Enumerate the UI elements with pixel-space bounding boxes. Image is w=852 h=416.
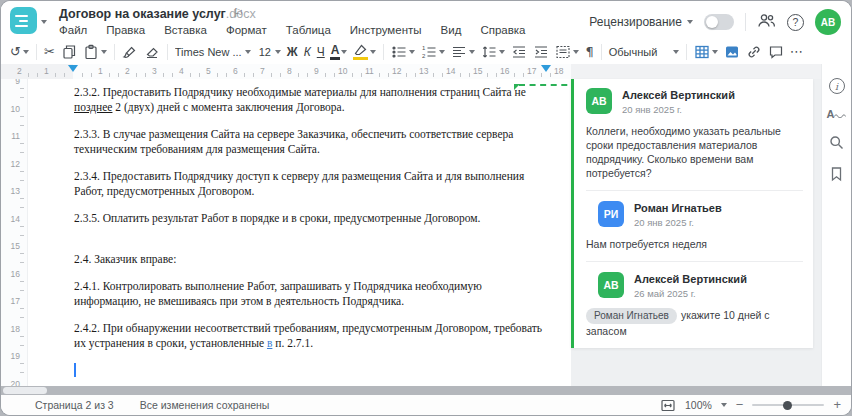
- chevron-down-icon: [341, 50, 347, 57]
- menu-insert[interactable]: Вставка: [164, 24, 207, 36]
- comment-author: Роман Игнатьев: [634, 201, 722, 214]
- chevron-down-icon: [101, 50, 107, 57]
- status-bar: Страница 2 из 3 Все изменения сохранены …: [1, 395, 851, 415]
- chevron-down-icon: [439, 50, 445, 57]
- paragraph-2-4-1[interactable]: 2.4.1. Контролировать выполнение Работ, …: [74, 279, 544, 309]
- bookmark-icon[interactable]: [829, 166, 844, 182]
- copy-icon: [61, 44, 77, 60]
- document-page[interactable]: 2.3.2. Предоставить Подрядчику необходим…: [27, 79, 572, 386]
- comment-thread-card[interactable]: АВ Алексей Вертинский 20 янв 2025 г. Кол…: [571, 79, 813, 348]
- menu-bar: Файл Правка Вставка Формат Таблица Инстр…: [59, 24, 526, 36]
- menu-edit[interactable]: Правка: [106, 24, 145, 36]
- divider: [167, 44, 168, 60]
- paragraph-2-4[interactable]: 2.4. Заказчик вправе:: [74, 252, 544, 267]
- underline-button[interactable]: Ч: [314, 43, 328, 61]
- svg-text:2: 2: [422, 53, 426, 59]
- user-avatar[interactable]: АВ: [815, 9, 841, 35]
- copy-button[interactable]: [58, 42, 80, 62]
- paragraph-2-4-2[interactable]: 2.4.2. При обнаружении несоответствий тр…: [74, 321, 544, 351]
- text-cursor: [74, 363, 76, 377]
- app-logo-icon[interactable]: [10, 7, 37, 34]
- document-title: Договор на оказание услуг.docx: [59, 7, 256, 21]
- bold-button[interactable]: Ж: [284, 43, 301, 61]
- formatting-toolbar: ↺ ✂ Times New ... 12 Ж К Ч А 12 ¶ Обычны…: [1, 39, 851, 65]
- highlight-color-button[interactable]: [350, 42, 379, 62]
- chevron-down-icon: [23, 50, 29, 57]
- comment-header: АВ Алексей Вертинский 26 май 2025 г.: [598, 272, 803, 299]
- horizontal-ruler[interactable]: 21123456789101112131415161718: [1, 64, 821, 80]
- format-painter-button[interactable]: [119, 42, 141, 62]
- brush-icon: [122, 44, 138, 60]
- zoom-slider-knob[interactable]: [783, 401, 792, 410]
- insert-link-button[interactable]: [743, 42, 765, 62]
- chevron-down-icon: [409, 50, 415, 57]
- increase-indent-button[interactable]: [530, 42, 552, 62]
- collaborators-icon[interactable]: [757, 12, 776, 33]
- zoom-in-button[interactable]: +: [833, 400, 841, 410]
- comment-header: АВ Алексей Вертинский 20 янв 2025 г.: [586, 88, 803, 115]
- page-indicator[interactable]: Страница 2 из 3: [35, 399, 114, 411]
- show-formatting-marks-button[interactable]: ¶: [582, 42, 596, 62]
- paragraph-2-3-4[interactable]: 2.3.4. Предоставить Подрядчику доступ к …: [74, 169, 544, 199]
- paragraph-style-select[interactable]: Обычный: [606, 44, 682, 60]
- help-icon[interactable]: ?: [787, 14, 804, 31]
- comment-date: 26 май 2025 г.: [634, 288, 747, 299]
- chevron-down-icon: [469, 50, 475, 57]
- align-button[interactable]: [448, 42, 478, 62]
- svg-text:1: 1: [422, 45, 426, 51]
- left-indent-marker[interactable]: [68, 65, 78, 77]
- zoom-level[interactable]: 100%: [685, 399, 712, 411]
- mention-chip[interactable]: Роман Игнатьев: [586, 308, 677, 324]
- decrease-indent-button[interactable]: [508, 42, 530, 62]
- search-icon[interactable]: [828, 134, 845, 151]
- document-text[interactable]: 2.3.2. Предоставить Подрядчику необходим…: [74, 85, 544, 377]
- comment-avatar: АВ: [598, 272, 624, 298]
- paragraph-settings-button[interactable]: [552, 42, 582, 62]
- comment-reply[interactable]: РИ Роман Игнатьев 20 янв 2025 г.: [586, 201, 803, 228]
- menu-help[interactable]: Справка: [480, 24, 525, 36]
- paragraph-2-3-2[interactable]: 2.3.2. Предоставить Подрядчику необходим…: [74, 85, 544, 115]
- chevron-down-icon: [370, 50, 376, 57]
- font-name-select[interactable]: Times New ...: [172, 44, 254, 60]
- font-size-select[interactable]: 12: [254, 44, 284, 60]
- font-color-button[interactable]: А: [328, 41, 351, 62]
- menu-view[interactable]: Вид: [441, 24, 462, 36]
- spellcheck-icon[interactable]: А: [827, 109, 847, 119]
- scrollbar-thumb[interactable]: [3, 387, 47, 394]
- horizontal-scrollbar[interactable]: [1, 386, 851, 395]
- zoom-slider[interactable]: [752, 404, 824, 406]
- numbered-list-button[interactable]: 12: [418, 42, 448, 62]
- flag-icon[interactable]: ⚐: [233, 6, 244, 20]
- more-tools-button[interactable]: ⋯: [787, 42, 806, 62]
- app-menu-caret-icon[interactable]: [41, 20, 47, 27]
- menu-table[interactable]: Таблица: [286, 24, 331, 36]
- chevron-down-icon: [245, 50, 251, 57]
- fit-width-icon[interactable]: [660, 398, 676, 413]
- paste-button[interactable]: [80, 42, 110, 62]
- info-icon[interactable]: i: [829, 78, 845, 94]
- chevron-down-icon: [673, 50, 679, 57]
- menu-file[interactable]: Файл: [59, 24, 87, 36]
- cut-button[interactable]: ✂: [41, 42, 58, 62]
- paragraph-settings-icon: [555, 44, 571, 60]
- zoom-out-button[interactable]: −: [736, 400, 744, 410]
- bullet-list-button[interactable]: [388, 42, 418, 62]
- insert-comment-button[interactable]: [765, 42, 787, 62]
- paragraph-2-3-5[interactable]: 2.3.5. Оплатить результат Работ в порядк…: [74, 211, 544, 226]
- italic-button[interactable]: К: [301, 43, 314, 61]
- insert-table-button[interactable]: [691, 42, 721, 62]
- menu-tools[interactable]: Инструменты: [350, 24, 422, 36]
- insert-image-button[interactable]: [721, 42, 743, 62]
- line-spacing-button[interactable]: [478, 42, 508, 62]
- clear-formatting-button[interactable]: [141, 42, 163, 62]
- comment-reply[interactable]: АВ Алексей Вертинский 26 май 2025 г.: [586, 272, 803, 299]
- chevron-down-icon[interactable]: [721, 403, 727, 410]
- menu-format[interactable]: Формат: [226, 24, 267, 36]
- chevron-down-icon: [573, 50, 579, 57]
- undo-button[interactable]: ↺: [7, 42, 32, 62]
- paragraph-2-3-3[interactable]: 2.3.3. В случае размещения Сайта на серв…: [74, 127, 544, 157]
- table-icon: [694, 44, 710, 60]
- vertical-ruler[interactable]: 91011121314151617181920: [1, 79, 27, 386]
- review-mode-dropdown[interactable]: Рецензирование: [589, 15, 693, 29]
- review-toggle[interactable]: [704, 14, 734, 30]
